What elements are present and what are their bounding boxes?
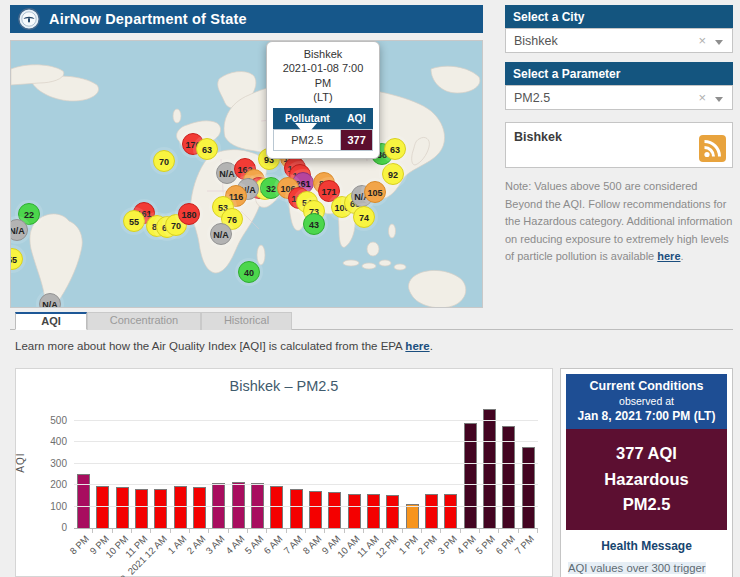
chart-bar[interactable] bbox=[328, 492, 341, 528]
map-marker[interactable]: 55 bbox=[10, 248, 23, 270]
map-marker[interactable]: 63 bbox=[384, 138, 406, 160]
map-marker[interactable]: N/A bbox=[10, 219, 28, 241]
chart-bar[interactable] bbox=[174, 486, 187, 528]
chart-bar[interactable] bbox=[348, 494, 361, 528]
chart-bar-slot: 8 AM bbox=[306, 409, 325, 528]
cc-observed-at: observed at bbox=[569, 395, 724, 407]
map-marker[interactable]: 40 bbox=[238, 261, 260, 283]
chart-bar-slot: 6 PM bbox=[499, 409, 518, 528]
select-city-header: Select a City bbox=[505, 5, 733, 28]
chart-xtick-label: 1 PM bbox=[397, 533, 420, 556]
chart-bars: 8 PM9 PM10 PM11 PM8, 2021 12 AM1 AM2 AM3… bbox=[74, 409, 538, 528]
map-marker[interactable]: 92 bbox=[382, 163, 404, 185]
chart-xtick-label: 8 PM bbox=[68, 533, 91, 556]
map-marker[interactable]: 55 bbox=[123, 210, 145, 232]
health-message-text: AQI values over 300 trigger health warni… bbox=[566, 558, 727, 577]
city-select[interactable]: Bishkek × bbox=[505, 28, 733, 53]
app-header: AirNow Department of State bbox=[10, 5, 483, 33]
chart-bar-slot: 8, 2021 12 AM bbox=[151, 409, 170, 528]
chart-xtick-label: 3 AM bbox=[204, 533, 227, 556]
popup-city: Bishkek bbox=[273, 47, 373, 61]
map-marker[interactable]: N/A bbox=[39, 293, 61, 308]
chart-bar[interactable] bbox=[77, 474, 90, 528]
chart-bar[interactable] bbox=[96, 486, 109, 528]
chart-bar-slot: 7 AM bbox=[287, 409, 306, 528]
tab-historical[interactable]: Historical bbox=[201, 312, 292, 330]
feed-city-label: Bishkek bbox=[514, 130, 562, 144]
chart-ytick: 300 bbox=[50, 458, 67, 469]
aqi-chart-panel: Bishkek – PM2.5 AQI 8 PM9 PM10 PM11 PM8,… bbox=[15, 368, 553, 577]
chart-bar[interactable] bbox=[367, 494, 380, 528]
chart-bar-slot: 5 AM bbox=[248, 409, 267, 528]
chart-bar[interactable] bbox=[444, 494, 457, 528]
chart-xtick-label: 4 PM bbox=[455, 533, 478, 556]
map-marker[interactable]: 105 bbox=[364, 181, 386, 203]
chart-bar[interactable] bbox=[425, 494, 438, 528]
chart-xtick-label: 6 PM bbox=[493, 533, 516, 556]
tab-aqi[interactable]: AQI bbox=[15, 312, 87, 330]
chart-gridline bbox=[74, 463, 538, 464]
chart-bar[interactable] bbox=[270, 486, 283, 528]
chart-xtick-label: 4 AM bbox=[223, 533, 246, 556]
chart-bar[interactable] bbox=[522, 447, 535, 528]
chart-title: Bishkek – PM2.5 bbox=[16, 378, 552, 394]
tab-strip: AQIConcentrationHistorical bbox=[10, 312, 733, 330]
feed-box: Bishkek bbox=[505, 122, 733, 168]
chart-gridline bbox=[74, 484, 538, 485]
cc-aqi-category: Hazardous bbox=[569, 467, 724, 493]
map-marker[interactable]: 70 bbox=[153, 150, 175, 172]
chart-gridline bbox=[74, 506, 538, 507]
chart-xtick-label: 6 AM bbox=[262, 533, 285, 556]
parameter-select-value: PM2.5 bbox=[514, 91, 550, 105]
page-title: AirNow Department of State bbox=[49, 11, 247, 27]
map-marker[interactable]: 63 bbox=[196, 138, 218, 160]
chart-bar-slot: 11 AM bbox=[364, 409, 383, 528]
chart-bar-slot: 1 AM bbox=[171, 409, 190, 528]
chart-xtick-label: 5 AM bbox=[242, 533, 265, 556]
note-text: Note: Values above 500 are considered Be… bbox=[505, 178, 734, 266]
parameter-select[interactable]: PM2.5 × bbox=[505, 85, 733, 110]
city-select-value: Bishkek bbox=[514, 34, 558, 48]
learn-more-here-link[interactable]: here bbox=[405, 340, 429, 352]
map-marker[interactable]: 74 bbox=[353, 206, 375, 228]
chart-gridline bbox=[74, 441, 538, 442]
chart-bar-slot: 9 AM bbox=[325, 409, 344, 528]
tab-concentration[interactable]: Concentration bbox=[87, 312, 201, 330]
health-message-heading: Health Message bbox=[566, 539, 727, 553]
clear-icon[interactable]: × bbox=[698, 33, 706, 48]
current-conditions-panel: Current Conditions observed at Jan 8, 20… bbox=[560, 368, 733, 577]
chart-xtick-label: 3 PM bbox=[435, 533, 458, 556]
chart-bar-slot: 12 PM bbox=[383, 409, 402, 528]
chart-bar[interactable] bbox=[116, 487, 129, 528]
chart-bar[interactable] bbox=[309, 491, 322, 528]
map-marker[interactable]: N/A bbox=[210, 223, 232, 245]
chart-gridline bbox=[74, 420, 538, 421]
chart-bar[interactable] bbox=[154, 489, 167, 528]
chart-bar[interactable] bbox=[406, 504, 419, 528]
rss-icon[interactable] bbox=[699, 135, 726, 162]
chevron-down-icon[interactable] bbox=[715, 97, 723, 102]
chart-bar[interactable] bbox=[483, 409, 496, 528]
chart-bar[interactable] bbox=[193, 487, 206, 528]
note-here-link[interactable]: here bbox=[657, 250, 680, 262]
chart-bar[interactable] bbox=[386, 495, 399, 528]
chevron-down-icon[interactable] bbox=[715, 40, 723, 45]
world-map[interactable]: 22N/A55N/A701766316155886970180N/A162148… bbox=[10, 40, 483, 308]
clear-icon[interactable]: × bbox=[698, 90, 706, 105]
chart-plot: 8 PM9 PM10 PM11 PM8, 2021 12 AM1 AM2 AM3… bbox=[74, 409, 538, 529]
map-marker[interactable]: 43 bbox=[303, 213, 325, 235]
chart-bar-slot: 2 AM bbox=[190, 409, 209, 528]
chart-xtick-label: 2 PM bbox=[416, 533, 439, 556]
map-marker[interactable]: 180 bbox=[178, 203, 200, 225]
chart-bar-slot: 1 PM bbox=[403, 409, 422, 528]
chart-xtick-label: 2 AM bbox=[184, 533, 207, 556]
chart-bar-slot: 4 PM bbox=[461, 409, 480, 528]
marker-layer: 22N/A55N/A701766316155886970180N/A162148… bbox=[11, 41, 482, 307]
chart-bar[interactable] bbox=[135, 489, 148, 528]
chart-bar[interactable] bbox=[464, 423, 477, 528]
cc-aqi-value: 377 AQI bbox=[569, 441, 724, 467]
chart-bar[interactable] bbox=[290, 489, 303, 528]
popup-table: Pollutant AQI PM2.5 377 bbox=[273, 108, 373, 151]
chart-bar-slot: 10 AM bbox=[345, 409, 364, 528]
chart-bar-slot: 2 PM bbox=[422, 409, 441, 528]
